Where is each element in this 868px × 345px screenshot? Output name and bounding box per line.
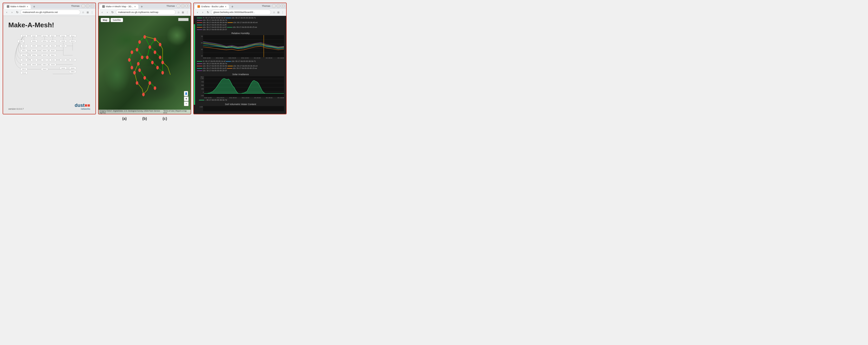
extensions-btn-a[interactable]: ⊞ (86, 10, 90, 14)
star-btn-b[interactable]: ☆ (177, 10, 180, 14)
svg-text:30-40-d6: 30-40-d6 (32, 50, 36, 51)
close-btn-c[interactable]: × (281, 4, 285, 8)
svg-text:60-c8-46: 60-c8-46 (22, 36, 26, 37)
y-label-70: 70 (201, 36, 203, 37)
solar-x5: 9/1 00:00 (254, 97, 261, 98)
legend-c2-color-s1 (226, 61, 231, 62)
svg-text:55-0c-1f: 55-0c-1f (43, 60, 46, 61)
zoom-in-btn[interactable]: + (184, 96, 189, 101)
tab-map[interactable]: Make-A-Mesh! Map - 3D... × (100, 4, 138, 9)
browser-window-a: Make-A-Mesh! × + Thomas − □ × ‹ › ↻ make… (3, 3, 96, 115)
new-tab-btn-c[interactable]: + (230, 4, 235, 9)
star-btn-c[interactable]: ☆ (272, 10, 276, 14)
legend-text-s7: s3x: 00-17-0d-00-00-60-25-ee (233, 26, 257, 28)
browser-toolbar-c: ‹ › ↻ glaser.berkeley.edu:3000/dashboard… (194, 9, 286, 16)
refresh-btn-b[interactable]: ↻ (111, 10, 115, 14)
legend-c2-s7: s3x: 00-17-0d-00-00-60-29-37 (197, 70, 227, 71)
address-bar-c[interactable]: glaser.berkeley.edu:3000/dashboard/d... (211, 10, 271, 15)
solar-y-500: 500 (201, 85, 204, 86)
svg-text:30-13-66: 30-13-66 (61, 41, 65, 42)
maximize-btn-c[interactable]: □ (277, 4, 280, 8)
minimize-btn-b[interactable]: − (177, 4, 180, 8)
refresh-btn-a[interactable]: ↻ (15, 10, 19, 14)
svg-text:60-d1-bc: 60-d1-bc (43, 36, 46, 37)
legend-text-s8: s3x: 00-17-0d-00-00-60-29-37 (203, 29, 227, 30)
legend-c2-color-s7 (197, 70, 202, 71)
tab-bar-b: Make-A-Mesh! Map - 3D... × + (99, 3, 145, 9)
svg-text:55-01-11: 55-01-11 (22, 69, 26, 70)
browser-content-c: rh: 00-17-0d-00-00-60-1e-af s3x: 00-17-0… (194, 16, 286, 114)
window-controls-a: Thomas − □ × (71, 4, 95, 8)
browser-content-a: Make-A-Mesh! (3, 16, 95, 114)
star-btn-a[interactable]: ☆ (82, 10, 85, 14)
back-btn-a[interactable]: ‹ (5, 10, 9, 14)
legend-row-chart2b: s3x: 00-17-0d-00-00-38-3d-9d s3x: 00-17-… (197, 65, 285, 71)
svg-text:55-0b-1b: 55-0b-1b (22, 60, 26, 61)
new-tab-btn-a[interactable]: + (32, 4, 36, 9)
tab-make-a-mesh[interactable]: Make-A-Mesh! × (4, 4, 31, 9)
minimize-btn-c[interactable]: − (272, 4, 276, 8)
minimize-btn-a[interactable]: − (82, 4, 85, 8)
network-svg: 60-c8-46 00-19-f7 60-d1-bc 00-19-f7 (6, 31, 93, 77)
legend-c2-text-s7: s3x: 00-17-0d-00-00-60-29-37 (203, 70, 227, 71)
svg-text:30-40-d6: 30-40-d6 (61, 45, 65, 46)
map-btn-map[interactable]: Map (101, 18, 110, 22)
forward-btn-c[interactable]: › (200, 10, 205, 14)
svg-text:55-c5-0b: 55-c5-0b (51, 60, 55, 61)
back-btn-b[interactable]: ‹ (100, 10, 104, 14)
legend-c2-color-s4 (227, 66, 233, 66)
extensions-btn-c[interactable]: ⊞ (277, 10, 280, 14)
legend-item-s2: s3x: 00-17-0d-00-00-38-3d-7d (197, 19, 227, 21)
tab-grafana[interactable]: Grafana - Bucks Lake × (195, 4, 229, 9)
maximize-btn-a[interactable]: □ (86, 4, 90, 8)
legend-row-2: s3x: 00-17-0d-00-00-38-3d-9d s3x: 00-17-… (197, 22, 285, 26)
forward-btn-b[interactable]: › (105, 10, 110, 14)
legend-c2-text-s3: s3x: 00-17-0d-00-00-38-3d-9d (203, 65, 227, 67)
svg-text:30-13-56: 30-13-56 (43, 55, 46, 56)
refresh-btn-c[interactable]: ↻ (206, 10, 210, 14)
url-a: makeamesh.eu-gb.mybluemix.net (23, 11, 58, 13)
svg-text:60-d1-bc: 60-d1-bc (51, 41, 55, 42)
legend-item-s1: s3x: 00-17-0d-00-00-38-3d-71 (226, 17, 256, 19)
chart-rh-svg (203, 35, 284, 57)
menu-btn-a[interactable]: ⋮ (90, 10, 94, 14)
maximize-btn-b[interactable]: □ (181, 4, 185, 8)
legend-item-s3: s3x: 00-17-0d-00-00-38-3d-9d (197, 22, 227, 23)
svg-text:55-0c-0b: 55-0c-0b (51, 64, 55, 65)
map-btn-satellite[interactable]: Satellite (111, 18, 123, 22)
zoom-out-btn[interactable]: − (184, 101, 189, 106)
menu-btn-c[interactable]: ⋮ (281, 10, 285, 14)
tab-row-b: Make-A-Mesh! Map - 3D... × + Thomas − □ … (99, 3, 191, 9)
svg-text:60-2a-4d: 60-2a-4d (51, 45, 55, 46)
tab-close-a[interactable]: × (27, 5, 28, 8)
close-btn-a[interactable]: × (90, 4, 94, 8)
legend-color-s3 (197, 22, 202, 23)
legend-c2-text-s5: s3x: 00-17-0d-00-00-60-1a-f0 (203, 67, 226, 69)
tab-title-a: Make-A-Mesh! (10, 5, 26, 8)
close-btn-b[interactable]: × (185, 4, 189, 8)
tab-close-c[interactable]: × (225, 5, 226, 8)
back-btn-c[interactable]: ‹ (195, 10, 199, 14)
solar-legend: -- 00-17-0d-00-00-38-3d-7d (199, 99, 284, 101)
menu-btn-b[interactable]: ⋮ (185, 10, 189, 14)
dust-logo: dust■■ (75, 103, 90, 107)
tab-row-c: Grafana - Bucks Lake × + Thomas − □ × (194, 3, 286, 9)
legend-row-3: s3x: 00-17-0d-00-00-60-1d-0f s3x: 00-17-… (197, 26, 285, 30)
tab-close-b[interactable]: × (134, 5, 136, 8)
legend-c2-text-s6: s3x: 00-17-0d-00-00-60-25-ee (233, 67, 257, 69)
caption-b: (b) (142, 117, 147, 121)
legend-c2-s6: s3x: 00-17-0d-00-00-60-25-ee (227, 67, 257, 69)
forward-btn-a[interactable]: › (10, 10, 14, 14)
url-b: makeamesh.eu-gb.mybluemix.net/map (118, 11, 158, 13)
dust-logo-container: dust■■ networks (75, 103, 90, 110)
map-controls: Map Satellite (101, 18, 123, 22)
address-bar-b[interactable]: makeamesh.eu-gb.mybluemix.net/map (116, 10, 176, 15)
caption-row: (a) (b) (c) (3, 117, 287, 121)
address-bar-a[interactable]: makeamesh.eu-gb.mybluemix.net (20, 10, 81, 15)
new-tab-btn-b[interactable]: + (140, 4, 144, 9)
solar-x6: 9/1 08:00 (266, 97, 272, 98)
solar-y-750: 750 (201, 81, 204, 83)
legend-color-s6 (197, 27, 202, 28)
legend-text-s4: s3x: 00-17-0d-00-00-38-40-e4 (233, 22, 257, 23)
extensions-btn-b[interactable]: ⊞ (181, 10, 185, 14)
